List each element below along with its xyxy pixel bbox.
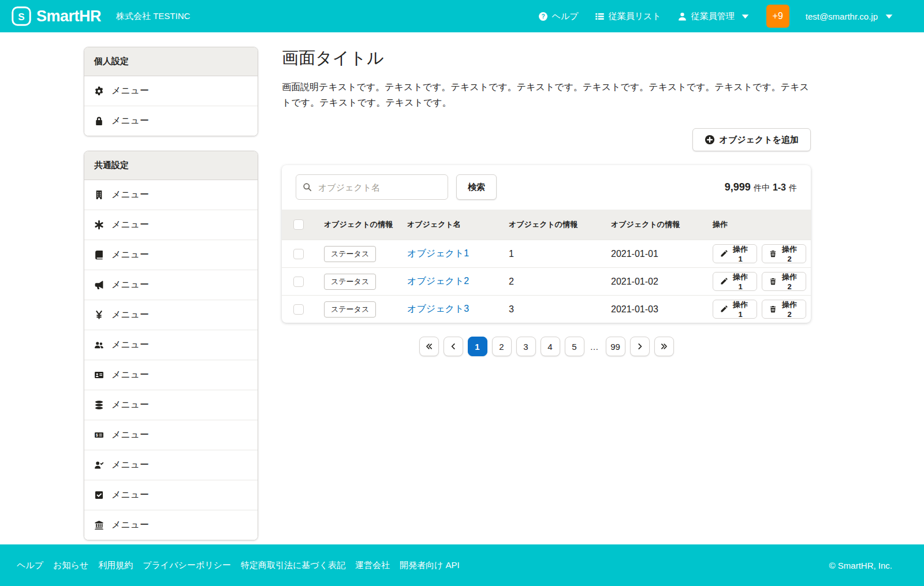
edit-action-button[interactable]: 操作1 bbox=[713, 272, 757, 291]
status-badge: ステータス bbox=[324, 274, 376, 290]
column-header: 操作 bbox=[708, 210, 811, 240]
svg-text:$: $ bbox=[96, 433, 98, 438]
edit-action-label: 操作1 bbox=[731, 244, 750, 263]
sidebar-item-menu[interactable]: メニュー bbox=[84, 106, 258, 136]
row-checkbox[interactable] bbox=[293, 304, 304, 315]
row-checkbox[interactable] bbox=[293, 277, 304, 287]
megaphone-icon bbox=[94, 280, 104, 290]
pagination-page-1[interactable]: 1 bbox=[468, 337, 487, 356]
nav-employee-admin[interactable]: 従業員管理 bbox=[677, 11, 750, 22]
asterisk-icon bbox=[94, 220, 104, 230]
lock-icon bbox=[94, 116, 104, 126]
object-link[interactable]: オブジェクト2 bbox=[407, 276, 469, 286]
pagination-ellipsis: … bbox=[589, 342, 601, 352]
footer-link-developer-api[interactable]: 開発者向け API bbox=[400, 560, 460, 571]
delete-action-button[interactable]: 操作2 bbox=[762, 272, 806, 291]
object-table: オブジェクトの情報 オブジェクト名 オブジェクトの情報 オブジェクトの情報 操作… bbox=[282, 210, 811, 323]
sidebar-item-menu[interactable]: メニュー bbox=[84, 330, 258, 360]
pagination: 1 2 3 4 5 … 99 bbox=[282, 337, 811, 356]
pagination-page-2[interactable]: 2 bbox=[492, 337, 512, 356]
sidebar-item-label: メニュー bbox=[111, 429, 149, 441]
pencil-icon bbox=[720, 305, 728, 313]
svg-text:?: ? bbox=[541, 13, 545, 19]
delete-action-button[interactable]: 操作2 bbox=[762, 244, 806, 263]
pencil-icon bbox=[720, 250, 728, 257]
edit-action-button[interactable]: 操作1 bbox=[713, 244, 757, 263]
main-content: 画面タイトル 画面説明テキストです。テキストです。テキストです。テキストです。テ… bbox=[282, 47, 811, 356]
row-actions: 操作1 操作2 bbox=[713, 244, 806, 263]
object-date-cell: 2021-01-02 bbox=[606, 268, 708, 296]
sidebar-item-menu[interactable]: メニュー bbox=[84, 390, 258, 420]
sidebar-item-menu[interactable]: メニュー bbox=[84, 510, 258, 540]
delete-action-button[interactable]: 操作2 bbox=[762, 300, 806, 319]
svg-text:S: S bbox=[18, 12, 24, 23]
chevrons-right-icon bbox=[660, 342, 668, 350]
sidebar-item-label: メニュー bbox=[111, 219, 149, 231]
sidebar-item-label: メニュー bbox=[111, 85, 149, 97]
sidebar-item-label: メニュー bbox=[111, 189, 149, 201]
trash-icon bbox=[769, 250, 777, 257]
footer-link-company[interactable]: 運営会社 bbox=[355, 560, 390, 571]
pagination-last-button[interactable] bbox=[654, 337, 674, 356]
sidebar-item-menu[interactable]: メニュー bbox=[84, 76, 258, 106]
sidebar-item-menu[interactable]: メニュー bbox=[84, 240, 258, 270]
add-object-button[interactable]: オブジェクトを追加 bbox=[692, 128, 811, 151]
edit-action-button[interactable]: 操作1 bbox=[713, 300, 757, 319]
search-button[interactable]: 検索 bbox=[456, 174, 497, 200]
sidebar-item-menu[interactable]: $ メニュー bbox=[84, 420, 258, 450]
search-input[interactable] bbox=[296, 174, 448, 200]
smarthr-logo-icon: S bbox=[12, 6, 31, 26]
trash-icon bbox=[769, 305, 777, 313]
object-info-cell: 3 bbox=[504, 296, 606, 323]
caret-down-icon bbox=[740, 12, 750, 21]
pagination-page-99[interactable]: 99 bbox=[606, 337, 625, 356]
pagination-first-button[interactable] bbox=[419, 337, 439, 356]
column-header: オブジェクトの情報 bbox=[504, 210, 606, 240]
pagination-page-3[interactable]: 3 bbox=[516, 337, 536, 356]
sidebar-item-menu[interactable]: メニュー bbox=[84, 480, 258, 510]
table-row: ステータス オブジェクト2 2 2021-01-02 操作1 bbox=[282, 268, 811, 296]
id-card-icon bbox=[94, 370, 104, 380]
yen-icon bbox=[94, 310, 104, 320]
sidebar-item-menu[interactable]: メニュー bbox=[84, 270, 258, 300]
pagination-page-4[interactable]: 4 bbox=[541, 337, 560, 356]
smarthr-logo[interactable]: S SmartHR bbox=[12, 6, 101, 26]
pagination-page-5[interactable]: 5 bbox=[565, 337, 584, 356]
apps-count-badge[interactable]: +9 bbox=[766, 5, 789, 28]
database-icon bbox=[94, 400, 104, 410]
pencil-icon bbox=[720, 278, 728, 285]
pagination-next-button[interactable] bbox=[630, 337, 650, 356]
help-icon: ? bbox=[538, 12, 548, 21]
user-check-icon bbox=[94, 460, 104, 470]
nav-employee-list[interactable]: 従業員リスト bbox=[595, 11, 661, 22]
sidebar-item-menu[interactable]: メニュー bbox=[84, 180, 258, 210]
nav-employee-admin-label: 従業員管理 bbox=[691, 11, 735, 22]
tenant-name: 株式会社 TESTINC bbox=[116, 11, 190, 22]
footer-link-terms[interactable]: 利用規約 bbox=[98, 560, 133, 571]
sidebar-item-menu[interactable]: メニュー bbox=[84, 300, 258, 330]
table-toolbar: 検索 9,999 件中 1-3 件 bbox=[282, 165, 811, 210]
select-all-checkbox[interactable] bbox=[293, 219, 304, 230]
chevron-right-icon bbox=[636, 342, 644, 350]
trash-icon bbox=[769, 278, 777, 285]
footer-copyright: © SmartHR, Inc. bbox=[829, 561, 892, 570]
sidebar-item-label: メニュー bbox=[111, 519, 149, 531]
object-link[interactable]: オブジェクト1 bbox=[407, 248, 469, 258]
sidebar-item-menu[interactable]: メニュー bbox=[84, 210, 258, 240]
footer-link-news[interactable]: お知らせ bbox=[53, 560, 88, 571]
plus-circle-icon bbox=[705, 135, 715, 145]
sidebar-item-menu[interactable]: メニュー bbox=[84, 450, 258, 480]
footer-link-help[interactable]: ヘルプ bbox=[17, 560, 43, 571]
table-row: ステータス オブジェクト3 3 2021-01-03 操作1 bbox=[282, 296, 811, 323]
row-checkbox[interactable] bbox=[293, 249, 304, 259]
account-menu[interactable]: test@smarthr.co.jp bbox=[806, 12, 894, 21]
object-date-cell: 2021-01-03 bbox=[606, 296, 708, 323]
table-header-row: オブジェクトの情報 オブジェクト名 オブジェクトの情報 オブジェクトの情報 操作 bbox=[282, 210, 811, 240]
nav-help[interactable]: ? ヘルプ bbox=[538, 11, 579, 22]
footer-link-commerce-law[interactable]: 特定商取引法に基づく表記 bbox=[241, 560, 345, 571]
search-icon bbox=[303, 182, 312, 192]
pagination-prev-button[interactable] bbox=[444, 337, 463, 356]
object-link[interactable]: オブジェクト3 bbox=[407, 304, 469, 313]
sidebar-item-menu[interactable]: メニュー bbox=[84, 360, 258, 390]
footer-link-privacy[interactable]: プライバシーポリシー bbox=[143, 560, 231, 571]
